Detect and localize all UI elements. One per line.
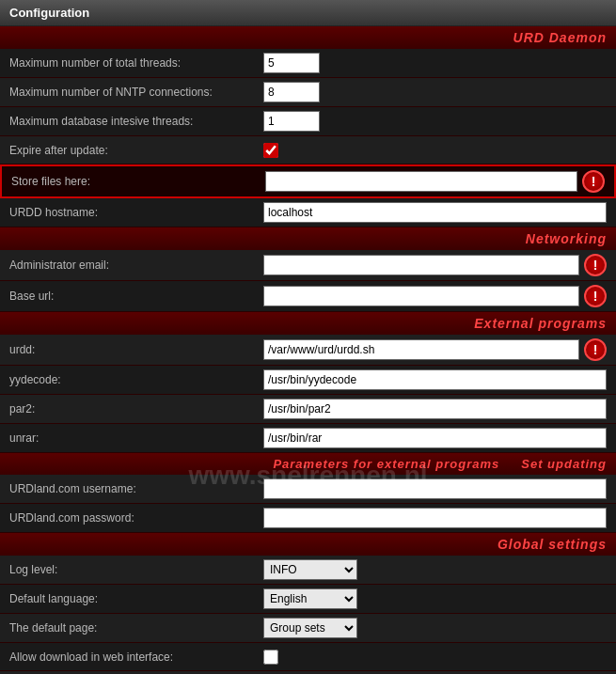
external-programs-header: External programs <box>0 312 616 335</box>
params-set-updating-section: Parameters for external programs Set upd… <box>0 453 616 533</box>
urdland-password-input[interactable] <box>263 508 607 528</box>
urdd-row: urdd: ! <box>0 335 616 366</box>
default-language-row: Default language: English Dutch German <box>0 585 616 614</box>
allow-download-label: Allow download in web interface: <box>9 650 263 664</box>
base-url-label: Base url: <box>9 290 263 303</box>
yydecode-input[interactable] <box>263 369 607 390</box>
par2-input-area <box>263 399 607 419</box>
db-threads-label: Maximum database intesive threads: <box>9 115 263 128</box>
urdd-input[interactable] <box>263 339 579 360</box>
params-section-header: Parameters for external programs Set upd… <box>0 453 616 475</box>
default-page-select[interactable]: Group sets Home Settings <box>263 618 357 638</box>
allow-download-checkbox[interactable] <box>263 650 278 665</box>
urdland-password-row: URDland.com password: <box>0 504 616 533</box>
global-settings-section: Global settings Log level: INFO DEBUG WA… <box>0 533 616 674</box>
log-level-input-area: INFO DEBUG WARNING ERROR <box>263 559 607 580</box>
base-url-row: Base url: ! <box>0 281 616 312</box>
title-bar: Configuration <box>0 0 616 26</box>
urdd-hostname-input-area <box>263 202 607 223</box>
urd-daemon-header: URD Daemon <box>0 26 616 49</box>
unrar-row: unrar: <box>0 424 616 453</box>
db-threads-row: Maximum database intesive threads: <box>0 107 616 136</box>
admin-email-warn-icon: ! <box>584 254 607 276</box>
unrar-input[interactable] <box>263 428 607 448</box>
default-language-select[interactable]: English Dutch German <box>263 588 357 609</box>
par2-row: par2: <box>0 395 616 424</box>
default-page-row: The default page: Group sets Home Settin… <box>0 614 616 643</box>
allow-download-input-area <box>263 650 607 665</box>
max-threads-label: Maximum number of total threads: <box>9 56 263 70</box>
max-threads-input[interactable] <box>263 53 320 73</box>
urdland-username-row: URDland.com username: <box>0 475 616 504</box>
par2-input[interactable] <box>263 399 607 419</box>
expire-checkbox[interactable] <box>263 143 278 158</box>
default-language-input-area: English Dutch German <box>263 588 607 609</box>
admin-email-row: Administrator email: ! <box>0 250 616 281</box>
admin-email-input[interactable] <box>263 255 579 275</box>
db-threads-input[interactable] <box>263 111 320 132</box>
base-url-warn-icon: ! <box>584 285 607 307</box>
yydecode-row: yydecode: <box>0 366 616 395</box>
log-level-select[interactable]: INFO DEBUG WARNING ERROR <box>263 559 357 580</box>
urdd-hostname-label: URDD hostname: <box>9 206 263 219</box>
external-programs-section: External programs urdd: ! yydecode: par2… <box>0 312 616 453</box>
max-threads-row: Maximum number of total threads: <box>0 49 616 78</box>
global-settings-header: Global settings <box>0 533 616 556</box>
expire-input-area <box>263 143 607 158</box>
urdland-password-input-area <box>263 508 607 528</box>
nntp-connections-label: Maximum number of NNTP connections: <box>9 86 263 99</box>
title-label: Configuration <box>9 6 89 20</box>
urdland-username-input[interactable] <box>263 478 607 499</box>
expire-row: Expire after update: <box>0 136 616 165</box>
yydecode-input-area <box>263 369 607 390</box>
unrar-label: unrar: <box>9 431 263 445</box>
base-url-input-area: ! <box>263 285 607 307</box>
networking-header: Networking <box>0 227 616 250</box>
log-level-row: Log level: INFO DEBUG WARNING ERROR <box>0 556 616 585</box>
page-wrapper: Configuration URD Daemon Maximum number … <box>0 0 616 674</box>
store-files-input-area: ! <box>265 170 605 193</box>
allow-download-row: Allow download in web interface: <box>0 643 616 671</box>
log-level-label: Log level: <box>9 563 263 576</box>
store-files-row: Store files here: ! <box>0 165 616 198</box>
urdland-username-input-area <box>263 478 607 499</box>
urdd-hostname-input[interactable] <box>263 202 607 223</box>
nntp-connections-row: Maximum number of NNTP connections: <box>0 78 616 107</box>
store-files-label: Store files here: <box>11 175 265 188</box>
nntp-connections-input[interactable] <box>263 82 320 102</box>
urdd-hostname-row: URDD hostname: <box>0 198 616 227</box>
urdland-username-label: URDland.com username: <box>9 482 263 495</box>
db-threads-input-area <box>263 111 607 132</box>
urdland-password-label: URDland.com password: <box>9 511 263 525</box>
admin-email-label: Administrator email: <box>9 259 263 272</box>
max-threads-input-area <box>263 53 607 73</box>
yydecode-label: yydecode: <box>9 373 263 386</box>
par2-label: par2: <box>9 402 263 415</box>
networking-section: Networking Administrator email: ! Base u… <box>0 227 616 312</box>
unrar-input-area <box>263 428 607 448</box>
default-page-label: The default page: <box>9 621 263 635</box>
urdd-input-area: ! <box>263 338 607 361</box>
urd-daemon-section: URD Daemon Maximum number of total threa… <box>0 26 616 227</box>
urdd-label: urdd: <box>9 343 263 356</box>
store-files-warn-icon: ! <box>582 170 605 193</box>
admin-email-input-area: ! <box>263 254 607 276</box>
store-files-input[interactable] <box>265 171 577 192</box>
base-url-input[interactable] <box>263 286 579 306</box>
default-language-label: Default language: <box>9 592 263 605</box>
urdd-warn-icon: ! <box>584 338 607 361</box>
default-page-input-area: Group sets Home Settings <box>263 618 607 638</box>
nntp-connections-input-area <box>263 82 607 102</box>
expire-label: Expire after update: <box>9 144 263 157</box>
